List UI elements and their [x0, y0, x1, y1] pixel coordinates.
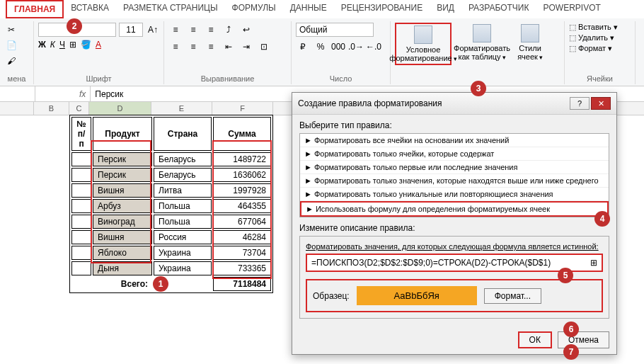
callout-2: 2 [67, 18, 82, 34]
format-cells-button[interactable]: ⬚ Формат ▾ [569, 44, 612, 53]
comma-icon[interactable]: 000 [331, 40, 345, 54]
callout-3: 3 [471, 81, 486, 96]
rule-option-formula[interactable]: ► Использовать формулу для определения ф… [300, 201, 609, 217]
cell-D2[interactable]: Персик [93, 152, 152, 166]
callout-6: 6 [563, 322, 579, 337]
tab-data[interactable]: ДАННЫЕ [283, 0, 334, 18]
callout-5: 5 [558, 268, 573, 283]
orientation-icon[interactable]: ⤴ [222, 23, 236, 37]
formula-label: Форматировать значения, для которых след… [306, 242, 603, 251]
number-format-select[interactable]: Общий [296, 23, 374, 37]
rule-option[interactable]: ► Форматировать только уникальные или по… [300, 188, 609, 201]
col-header-B[interactable]: B [34, 102, 69, 115]
callout-7: 7 [563, 344, 579, 360]
italic-button[interactable]: К [50, 40, 55, 50]
wrap-text-icon[interactable]: ↩ [239, 23, 253, 37]
format-button[interactable]: Формат... [484, 288, 541, 304]
delete-cells-button[interactable]: ⬚ Удалить ▾ [569, 33, 614, 42]
conditional-formatting-button[interactable]: Условное форматирование [395, 23, 452, 65]
align-center-icon[interactable]: ≡ [186, 40, 200, 54]
font-color-icon[interactable]: А [96, 40, 101, 50]
clipboard-group-label: мена [4, 73, 29, 83]
rule-option[interactable]: ► Форматировать только значения, которые… [300, 174, 609, 188]
col-header-E[interactable]: E [151, 102, 212, 115]
tab-developer[interactable]: РАЗРАБОТЧИК [461, 0, 536, 18]
tab-page-layout[interactable]: РАЗМЕТКА СТРАНИЦЫ [116, 0, 225, 18]
align-middle-icon[interactable]: ≡ [186, 23, 200, 37]
font-size-select[interactable]: 11 [119, 23, 143, 37]
fx-icon[interactable]: fx [75, 86, 91, 101]
th-num: № п/п [71, 117, 91, 151]
callout-1: 1 [153, 276, 168, 292]
total-sum: 7118484 [213, 277, 271, 291]
format-as-table-button[interactable]: Форматировать как таблицу [454, 23, 510, 62]
align-left-icon[interactable]: ≡ [168, 40, 183, 54]
decrease-decimal-icon[interactable]: ←.0 [367, 40, 381, 54]
col-header-D[interactable]: D [89, 102, 151, 115]
number-group-label: Число [296, 73, 386, 83]
ok-button[interactable]: ОК [518, 331, 552, 348]
underline-button[interactable]: Ч [59, 40, 65, 50]
total-label: Всего: [71, 277, 152, 291]
formula-input-field[interactable]: =ПОИСКПОЗ(D2;$D$2:$D$9;0)=СТРОКА(D2)-СТР… [306, 254, 603, 272]
tab-powerpivot[interactable]: POWERPIVOT [536, 0, 607, 18]
cells-group-label: Ячейки [569, 73, 631, 83]
range-picker-icon[interactable]: ⊞ [590, 258, 597, 268]
format-painter-icon[interactable]: 🖌 [4, 54, 18, 68]
name-box[interactable] [0, 86, 35, 101]
bold-button[interactable]: Ж [38, 40, 46, 50]
rule-option[interactable]: ► Форматировать все ячейки на основании … [300, 134, 609, 147]
increase-indent-icon[interactable]: ⇥ [239, 40, 253, 54]
rule-type-list[interactable]: ► Форматировать все ячейки на основании … [299, 133, 609, 217]
font-group-label: Шрифт [38, 73, 159, 83]
th-country: Страна [154, 117, 212, 151]
col-header-C[interactable]: C [69, 102, 89, 115]
tab-formulas[interactable]: ФОРМУЛЫ [225, 0, 283, 18]
dialog-close-icon[interactable]: ✕ [591, 97, 611, 110]
format-preview: АаВbБбЯя [357, 286, 477, 305]
percent-icon[interactable]: % [314, 40, 328, 54]
grow-font-icon[interactable]: A↑ [146, 23, 160, 37]
dialog-title: Создание правила форматирования [298, 98, 442, 108]
rule-option[interactable]: ► Форматировать только первые или послед… [300, 161, 609, 174]
cell-styles-icon [521, 24, 539, 42]
insert-cells-button[interactable]: ⬚ Вставить ▾ [569, 23, 618, 32]
callout-4: 4 [594, 211, 610, 227]
ribbon-tabs: ГЛАВНАЯ ВСТАВКА РАЗМЕТКА СТРАНИЦЫ ФОРМУЛ… [0, 0, 644, 18]
sample-label: Образец: [313, 291, 350, 301]
increase-decimal-icon[interactable]: .0→ [349, 40, 363, 54]
tab-review[interactable]: РЕЦЕНЗИРОВАНИЕ [334, 0, 430, 18]
alignment-group-label: Выравнивание [168, 73, 287, 83]
align-top-icon[interactable]: ≡ [168, 23, 183, 37]
decrease-indent-icon[interactable]: ⇤ [222, 40, 236, 54]
th-product: Продукт [93, 117, 152, 151]
align-bottom-icon[interactable]: ≡ [204, 23, 218, 37]
border-icon[interactable]: ⊞ [69, 40, 76, 50]
col-header-F[interactable]: F [212, 102, 273, 115]
align-right-icon[interactable]: ≡ [204, 40, 218, 54]
rule-option[interactable]: ► Форматировать только ячейки, которые с… [300, 147, 609, 161]
data-table: № п/п Продукт Страна Сумма ПерсикБеларус… [69, 115, 273, 293]
merge-icon[interactable]: ⊡ [257, 40, 271, 54]
cut-icon[interactable]: ✂ [4, 23, 18, 37]
conditional-formatting-icon [414, 25, 432, 44]
new-formatting-rule-dialog: Создание правила форматирования ? ✕ Выбе… [292, 92, 617, 355]
fill-color-icon[interactable]: 🪣 [81, 40, 91, 50]
tab-insert[interactable]: ВСТАВКА [64, 0, 116, 18]
cell-styles-button[interactable]: Стили ячеек [512, 23, 548, 62]
dialog-help-icon[interactable]: ? [570, 97, 590, 110]
currency-icon[interactable]: ₽ [296, 40, 310, 54]
rule-type-label: Выберите тип правила: [299, 120, 609, 130]
copy-icon[interactable]: 📄 [4, 38, 18, 52]
tab-view[interactable]: ВИД [430, 0, 461, 18]
table-icon [473, 24, 491, 42]
rule-desc-label: Измените описание правила: [299, 223, 609, 233]
tab-home[interactable]: ГЛАВНАЯ [6, 0, 64, 18]
th-sum: Сумма [213, 117, 271, 151]
ribbon: ✂ 📄 🖌 мена 11 A↑ Ж К Ч ⊞ 🪣 А Шрифт [0, 18, 644, 86]
